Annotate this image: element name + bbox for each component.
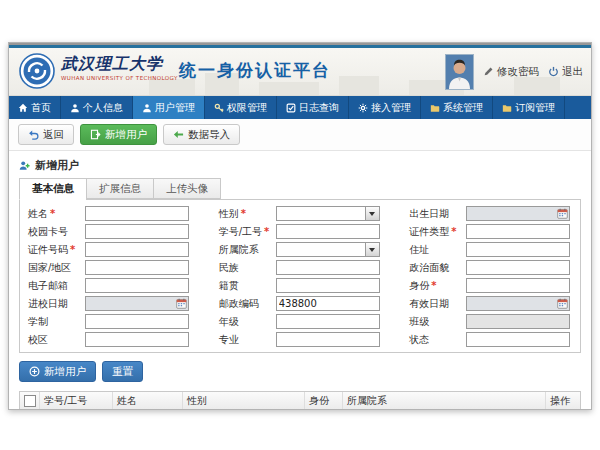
field-campus: 校区 [28,332,191,347]
nav-item-subscription-management[interactable]: 订阅管理 [493,96,565,119]
column-identity: 身份 [305,392,343,409]
tab-upload-avatar[interactable]: 上传头像 [153,178,221,199]
field-postal-code: 邮政编码 [219,296,382,311]
nav-item-system-management[interactable]: 系统管理 [421,96,493,119]
main-nav: 首页 个人信息 用户管理 权限管理 日志查询 接入管理 系统管理 订阅管理 [9,96,591,119]
field-political-status: 政治面貌 [409,260,572,275]
calendar-icon[interactable] [557,298,568,309]
major-input[interactable] [276,332,380,347]
field-label: 住址 [409,243,429,257]
nav-label: 用户管理 [155,101,195,115]
address-input[interactable] [466,242,570,257]
campus-card-input[interactable] [85,224,189,239]
field-label: 证件类型 [409,225,449,239]
nav-label: 个人信息 [83,101,123,115]
nav-item-home[interactable]: 首页 [9,96,61,119]
name-input[interactable] [85,206,189,221]
nav-item-log-query[interactable]: 日志查询 [277,96,349,119]
column-gender: 性别 [183,392,305,409]
department-select[interactable] [276,242,380,257]
email-input[interactable] [85,278,189,293]
field-status: 状态 [409,332,572,347]
folder-icon [502,103,512,113]
chevron-down-icon[interactable] [365,207,379,220]
field-student-id: 学号/工号* [219,224,382,239]
field-label: 班级 [409,315,429,329]
field-label: 姓名 [28,207,48,221]
field-label: 有效日期 [409,297,449,311]
calendar-icon[interactable] [557,208,568,219]
political-status-input[interactable] [466,260,570,275]
column-student-id: 学号/工号 [40,392,113,409]
entry-date-input[interactable] [85,296,189,311]
field-native-place: 籍贯 [219,278,382,293]
field-label: 校区 [28,333,48,347]
folder-icon [430,103,440,113]
university-logo [19,53,55,89]
campus-input[interactable] [85,332,189,347]
required-asterisk: * [451,226,456,237]
logout-link[interactable]: 退出 [548,65,583,79]
field-label: 学号/工号 [219,225,262,239]
nav-item-user-management[interactable]: 用户管理 [133,96,205,119]
change-password-link[interactable]: 修改密码 [483,65,539,79]
building-silhouette [339,76,379,95]
nav-item-access-management[interactable]: 接入管理 [349,96,421,119]
grade-input[interactable] [276,314,380,329]
field-department: 所属院系 [219,242,382,257]
field-identity: 身份* [409,278,572,293]
new-document-icon [90,129,101,140]
class-input[interactable] [466,314,570,329]
nav-item-personal-info[interactable]: 个人信息 [61,96,133,119]
person-icon [142,103,152,113]
nav-label: 日志查询 [299,101,339,115]
school-system-input[interactable] [85,314,189,329]
native-place-input[interactable] [276,278,380,293]
submit-add-user-button[interactable]: 新增用户 [19,361,96,382]
gender-select[interactable] [276,206,380,221]
field-label: 所属院系 [219,243,259,257]
column-actions: 操作 [546,392,580,409]
field-label: 国家/地区 [28,261,71,275]
calendar-icon[interactable] [176,298,187,309]
field-entry-date: 进校日期 [28,296,191,311]
field-label: 证件号码 [28,243,68,257]
column-department: 所属院系 [343,392,546,409]
field-email: 电子邮箱 [28,278,191,293]
identity-input[interactable] [466,278,570,293]
nav-label: 系统管理 [443,101,483,115]
ethnicity-input[interactable] [276,260,380,275]
id-number-input[interactable] [85,242,189,257]
tab-extended-info[interactable]: 扩展信息 [86,178,153,199]
nav-label: 权限管理 [227,101,267,115]
chevron-down-icon[interactable] [365,243,379,256]
select-all-checkbox[interactable] [24,395,36,407]
id-type-input[interactable] [466,224,570,239]
add-user-toolbar-button[interactable]: 新增用户 [80,124,157,145]
tab-basic-info[interactable]: 基本信息 [19,178,86,200]
reset-button[interactable]: 重置 [102,361,143,382]
field-ethnicity: 民族 [219,260,382,275]
field-label: 进校日期 [28,297,68,311]
form-actions: 新增用户 重置 [9,353,591,390]
table-header: 学号/工号 姓名 性别 身份 所属院系 操作 [19,391,581,409]
field-label: 出生日期 [409,207,449,221]
field-major: 专业 [219,332,382,347]
nav-item-permission-management[interactable]: 权限管理 [205,96,277,119]
required-asterisk: * [50,208,55,219]
back-button[interactable]: 返回 [18,124,74,145]
status-input[interactable] [466,332,570,347]
field-id-type: 证件类型* [409,224,572,239]
birth-date-input[interactable] [466,206,570,221]
student-id-input[interactable] [276,224,380,239]
back-arrow-icon [28,129,39,140]
valid-date-input[interactable] [466,296,570,311]
field-birth-date: 出生日期 [409,206,572,221]
postal-code-input[interactable] [276,296,380,311]
logout-label: 退出 [562,65,583,79]
country-input[interactable] [85,260,189,275]
data-import-button[interactable]: 数据导入 [163,124,240,145]
user-table: 学号/工号 姓名 性别 身份 所属院系 操作 [19,391,581,409]
university-name-cn: 武汉理工大学 [61,55,178,73]
person-add-icon [19,160,30,171]
